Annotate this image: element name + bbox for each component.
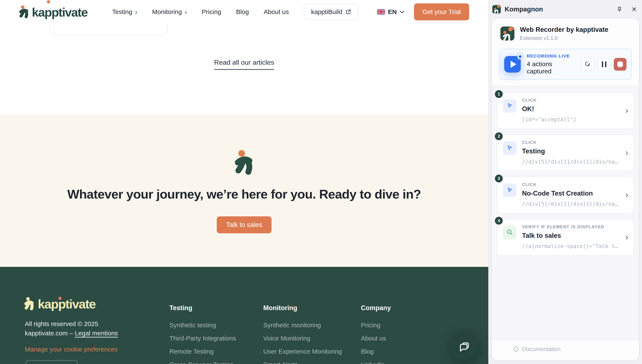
language-selector[interactable]: EN (377, 8, 405, 16)
pause-button[interactable] (598, 58, 610, 71)
play-icon (511, 61, 516, 68)
documentation-link[interactable]: Documentation (522, 346, 561, 352)
action-label: Talk to sales (522, 232, 624, 240)
kapptivate-mascot-icon (24, 297, 35, 310)
footer-link[interactable]: Third-Party Integrations (169, 335, 236, 342)
read-all-articles-link[interactable]: Read all our articles (214, 58, 274, 70)
chat-bubbles-icon (458, 340, 471, 354)
step-number-badge: 4 (495, 217, 503, 225)
recorder-controls (581, 58, 626, 71)
recording-live-label: RECORDING LIVE (527, 54, 575, 58)
footer-link[interactable]: Blog (361, 348, 374, 355)
pick-element-button[interactable] (581, 58, 594, 71)
pointer-capture-icon (584, 61, 591, 68)
nav-item-monitoring[interactable]: Monitoring › (152, 8, 187, 16)
cursor-icon (506, 144, 513, 152)
site-logo[interactable]: kapptivate (19, 5, 88, 18)
articles-link-row: Read all our articles (0, 58, 488, 70)
web-recorder-app-icon (500, 26, 514, 40)
stop-button[interactable] (614, 58, 626, 71)
action-selector: [id*="acceptAll"] (522, 116, 624, 122)
footer-logo[interactable]: kapptivate (24, 297, 96, 310)
click-action-tile (503, 99, 517, 113)
recording-status-box: RECORDING LIVE 4 actions captured (499, 49, 631, 80)
legal-mentions-link[interactable]: Legal mentions (75, 330, 118, 337)
nav-item-testing[interactable]: Testing › (112, 8, 137, 16)
get-trial-button[interactable]: Get your Trial (414, 4, 469, 20)
external-link-icon (346, 9, 351, 15)
actions-captured-count: 4 actions captured (527, 60, 575, 75)
footer-link[interactable]: About us (361, 335, 386, 342)
header-right-cluster: kapptiBuild (304, 4, 469, 20)
action-text: CLICK OK! [id*="acceptAll"] (522, 98, 624, 122)
kapptivate-mascot-illustration (234, 150, 254, 175)
footer-column-title: Testing (169, 304, 192, 312)
pin-icon[interactable] (616, 6, 623, 13)
pause-icon (602, 61, 606, 67)
action-text: CLICK No-Code Test Creation //div[5]/div… (522, 182, 624, 207)
talk-to-sales-button[interactable]: Talk to sales (217, 216, 272, 233)
action-type: CLICK (522, 98, 624, 103)
chevron-right-icon: › (625, 233, 628, 241)
close-icon[interactable]: ✕ (631, 6, 637, 13)
main-nav: Testing › Monitoring › Pricing Blog Abou… (112, 8, 289, 16)
site-header: kapptivate Testing › Monitoring › Pricin… (0, 0, 488, 24)
click-action-tile (503, 141, 517, 155)
logo-wordmark: kapptivate (32, 6, 88, 18)
panel-footer: Documentation (492, 339, 639, 360)
recorder-card: Web Recorder by kapptivate Extension v1.… (492, 19, 639, 360)
recording-indicator-dot (518, 54, 523, 59)
chevron-right-icon: › (185, 8, 187, 15)
nav-item-pricing[interactable]: Pricing (202, 8, 221, 16)
play-button[interactable] (504, 56, 521, 72)
screen: kapptivate Testing › Monitoring › Pricin… (0, 0, 642, 364)
footer-link[interactable]: Voice Monitoring (263, 335, 310, 342)
footer-link[interactable]: Smart Alerts (263, 361, 298, 364)
footer-link[interactable]: Remote Testing (169, 348, 214, 355)
footer-column-title: Company (361, 304, 391, 312)
footer-column-title: Monitoring (263, 304, 297, 312)
nav-item-about-us[interactable]: About us (264, 8, 289, 16)
action-card-3[interactable]: 3 CLICK No-Code Test Creation //div[5]/d… (497, 177, 634, 214)
action-text: CLICK Testing //div[5]/div[1]/div[1]/div… (522, 140, 624, 165)
action-type: VERIFY IF ELEMENT IS DISPLAYED (522, 224, 624, 229)
extension-header: Web Recorder by kapptivate Extension v1.… (492, 19, 639, 46)
kapptivate-mascot-icon (19, 5, 29, 18)
action-label: Testing (522, 148, 624, 155)
logo-i-dot (47, 0, 50, 4)
action-card-1[interactable]: 1 CLICK OK! [id*="acceptAll"] › (497, 92, 634, 129)
footer-link[interactable]: Cross-Browser Testing (169, 361, 233, 364)
extension-name: Web Recorder by kapptivate (520, 26, 608, 34)
action-card-4[interactable]: 4 VERIFY IF ELEMENT IS DISPLAYED Talk to… (497, 219, 634, 256)
cursor-icon (506, 187, 513, 194)
action-label: No-Code Test Creation (522, 190, 624, 197)
footer-link[interactable]: Synthetic monitoring (263, 322, 321, 329)
magnifier-icon (506, 229, 513, 236)
cta-section: Whatever your journey, we’re here for yo… (0, 114, 488, 267)
captured-actions-list: 1 CLICK OK! [id*="acceptAll"] › 2 (492, 86, 639, 339)
info-icon (513, 346, 519, 352)
footer-link[interactable]: Pricing (361, 322, 381, 329)
stop-icon (617, 62, 623, 67)
main-page: kapptivate Testing › Monitoring › Pricin… (0, 0, 488, 364)
footer-link[interactable]: Synthetic testing (169, 322, 216, 329)
chat-widget-button[interactable] (451, 334, 478, 360)
footer-partial-button[interactable] (26, 360, 78, 364)
action-selector: //div[5]/div[1]/div[1]/div/na… (522, 159, 624, 165)
footer-link[interactable]: User Experience Monitoring (263, 348, 342, 355)
footer-link[interactable]: Linkedin (361, 361, 385, 364)
cookie-preferences-link[interactable]: Manage your cookie preferences (25, 346, 118, 353)
chevron-right-icon: › (625, 148, 628, 157)
panel-title: Kompagnon (505, 6, 543, 13)
action-selector: //div[5]/div[1]/div[1]/div/na… (522, 201, 624, 207)
action-text: VERIFY IF ELEMENT IS DISPLAYED Talk to s… (522, 224, 624, 249)
action-label: OK! (522, 105, 624, 113)
extension-version: Extension v1.1.0 (520, 35, 608, 41)
footer-logo-wordmark: kapptivate (38, 298, 96, 310)
step-number-badge: 2 (495, 132, 503, 140)
language-code: EN (388, 8, 397, 16)
kapptibuild-button[interactable]: kapptiBuild (304, 4, 358, 20)
nav-item-blog[interactable]: Blog (236, 8, 249, 16)
action-card-2[interactable]: 2 CLICK Testing //div[5]/div[1]/div[1]/d… (497, 134, 634, 171)
panel-titlebar-actions: ✕ (616, 6, 637, 13)
